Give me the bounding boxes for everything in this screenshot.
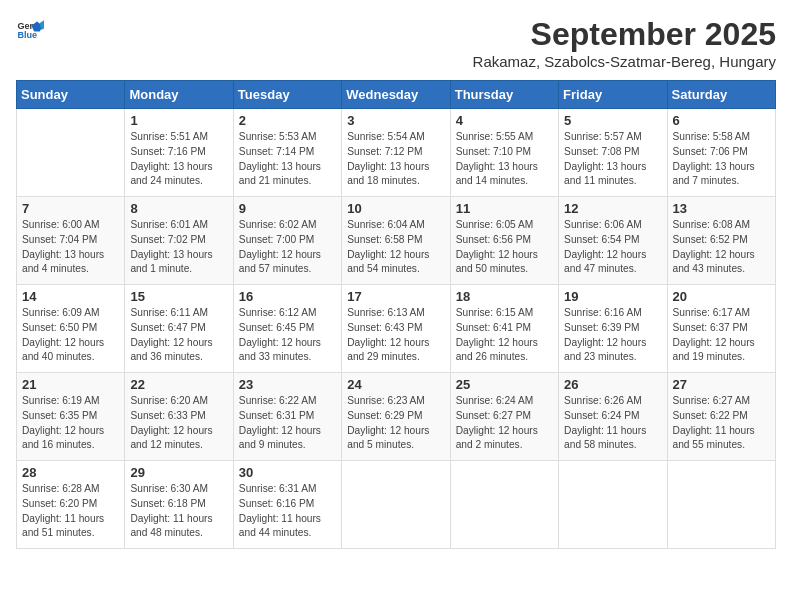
- calendar-cell: 22Sunrise: 6:20 AMSunset: 6:33 PMDayligh…: [125, 373, 233, 461]
- day-info: Sunrise: 6:13 AMSunset: 6:43 PMDaylight:…: [347, 306, 444, 365]
- calendar-cell: 10Sunrise: 6:04 AMSunset: 6:58 PMDayligh…: [342, 197, 450, 285]
- day-number: 27: [673, 377, 770, 392]
- calendar-cell: [342, 461, 450, 549]
- day-number: 14: [22, 289, 119, 304]
- day-number: 3: [347, 113, 444, 128]
- week-row-4: 21Sunrise: 6:19 AMSunset: 6:35 PMDayligh…: [17, 373, 776, 461]
- calendar-cell: [450, 461, 558, 549]
- day-number: 17: [347, 289, 444, 304]
- calendar-cell: 26Sunrise: 6:26 AMSunset: 6:24 PMDayligh…: [559, 373, 667, 461]
- day-info: Sunrise: 6:19 AMSunset: 6:35 PMDaylight:…: [22, 394, 119, 453]
- calendar-cell: 7Sunrise: 6:00 AMSunset: 7:04 PMDaylight…: [17, 197, 125, 285]
- calendar-cell: 23Sunrise: 6:22 AMSunset: 6:31 PMDayligh…: [233, 373, 341, 461]
- column-header-wednesday: Wednesday: [342, 81, 450, 109]
- day-info: Sunrise: 6:04 AMSunset: 6:58 PMDaylight:…: [347, 218, 444, 277]
- day-info: Sunrise: 5:58 AMSunset: 7:06 PMDaylight:…: [673, 130, 770, 189]
- week-row-2: 7Sunrise: 6:00 AMSunset: 7:04 PMDaylight…: [17, 197, 776, 285]
- day-info: Sunrise: 6:27 AMSunset: 6:22 PMDaylight:…: [673, 394, 770, 453]
- day-info: Sunrise: 6:06 AMSunset: 6:54 PMDaylight:…: [564, 218, 661, 277]
- day-number: 2: [239, 113, 336, 128]
- calendar-cell: [667, 461, 775, 549]
- calendar-table: SundayMondayTuesdayWednesdayThursdayFrid…: [16, 80, 776, 549]
- calendar-cell: 2Sunrise: 5:53 AMSunset: 7:14 PMDaylight…: [233, 109, 341, 197]
- day-info: Sunrise: 6:00 AMSunset: 7:04 PMDaylight:…: [22, 218, 119, 277]
- calendar-cell: [559, 461, 667, 549]
- day-number: 18: [456, 289, 553, 304]
- day-number: 30: [239, 465, 336, 480]
- day-info: Sunrise: 6:23 AMSunset: 6:29 PMDaylight:…: [347, 394, 444, 453]
- day-info: Sunrise: 6:11 AMSunset: 6:47 PMDaylight:…: [130, 306, 227, 365]
- title-area: September 2025 Rakamaz, Szabolcs-Szatmar…: [473, 16, 776, 70]
- day-info: Sunrise: 6:16 AMSunset: 6:39 PMDaylight:…: [564, 306, 661, 365]
- week-row-1: 1Sunrise: 5:51 AMSunset: 7:16 PMDaylight…: [17, 109, 776, 197]
- day-info: Sunrise: 6:12 AMSunset: 6:45 PMDaylight:…: [239, 306, 336, 365]
- calendar-header-row: SundayMondayTuesdayWednesdayThursdayFrid…: [17, 81, 776, 109]
- calendar-cell: 29Sunrise: 6:30 AMSunset: 6:18 PMDayligh…: [125, 461, 233, 549]
- svg-text:Blue: Blue: [17, 30, 37, 40]
- day-info: Sunrise: 5:53 AMSunset: 7:14 PMDaylight:…: [239, 130, 336, 189]
- day-number: 16: [239, 289, 336, 304]
- day-number: 21: [22, 377, 119, 392]
- calendar-cell: 27Sunrise: 6:27 AMSunset: 6:22 PMDayligh…: [667, 373, 775, 461]
- day-number: 23: [239, 377, 336, 392]
- day-number: 4: [456, 113, 553, 128]
- calendar-cell: 6Sunrise: 5:58 AMSunset: 7:06 PMDaylight…: [667, 109, 775, 197]
- day-info: Sunrise: 6:22 AMSunset: 6:31 PMDaylight:…: [239, 394, 336, 453]
- column-header-friday: Friday: [559, 81, 667, 109]
- page-header: General Blue September 2025 Rakamaz, Sza…: [16, 16, 776, 70]
- day-info: Sunrise: 5:57 AMSunset: 7:08 PMDaylight:…: [564, 130, 661, 189]
- day-info: Sunrise: 6:30 AMSunset: 6:18 PMDaylight:…: [130, 482, 227, 541]
- day-info: Sunrise: 6:26 AMSunset: 6:24 PMDaylight:…: [564, 394, 661, 453]
- location-title: Rakamaz, Szabolcs-Szatmar-Bereg, Hungary: [473, 53, 776, 70]
- day-info: Sunrise: 6:02 AMSunset: 7:00 PMDaylight:…: [239, 218, 336, 277]
- day-number: 6: [673, 113, 770, 128]
- day-number: 29: [130, 465, 227, 480]
- day-info: Sunrise: 6:08 AMSunset: 6:52 PMDaylight:…: [673, 218, 770, 277]
- day-number: 1: [130, 113, 227, 128]
- day-info: Sunrise: 6:09 AMSunset: 6:50 PMDaylight:…: [22, 306, 119, 365]
- calendar-cell: 4Sunrise: 5:55 AMSunset: 7:10 PMDaylight…: [450, 109, 558, 197]
- day-number: 10: [347, 201, 444, 216]
- column-header-saturday: Saturday: [667, 81, 775, 109]
- day-info: Sunrise: 6:05 AMSunset: 6:56 PMDaylight:…: [456, 218, 553, 277]
- day-number: 12: [564, 201, 661, 216]
- day-info: Sunrise: 5:51 AMSunset: 7:16 PMDaylight:…: [130, 130, 227, 189]
- calendar-cell: [17, 109, 125, 197]
- week-row-5: 28Sunrise: 6:28 AMSunset: 6:20 PMDayligh…: [17, 461, 776, 549]
- calendar-cell: 18Sunrise: 6:15 AMSunset: 6:41 PMDayligh…: [450, 285, 558, 373]
- week-row-3: 14Sunrise: 6:09 AMSunset: 6:50 PMDayligh…: [17, 285, 776, 373]
- day-info: Sunrise: 6:01 AMSunset: 7:02 PMDaylight:…: [130, 218, 227, 277]
- calendar-cell: 8Sunrise: 6:01 AMSunset: 7:02 PMDaylight…: [125, 197, 233, 285]
- calendar-cell: 21Sunrise: 6:19 AMSunset: 6:35 PMDayligh…: [17, 373, 125, 461]
- calendar-cell: 3Sunrise: 5:54 AMSunset: 7:12 PMDaylight…: [342, 109, 450, 197]
- day-number: 26: [564, 377, 661, 392]
- day-info: Sunrise: 5:54 AMSunset: 7:12 PMDaylight:…: [347, 130, 444, 189]
- calendar-cell: 12Sunrise: 6:06 AMSunset: 6:54 PMDayligh…: [559, 197, 667, 285]
- day-number: 5: [564, 113, 661, 128]
- calendar-cell: 20Sunrise: 6:17 AMSunset: 6:37 PMDayligh…: [667, 285, 775, 373]
- calendar-cell: 16Sunrise: 6:12 AMSunset: 6:45 PMDayligh…: [233, 285, 341, 373]
- calendar-cell: 30Sunrise: 6:31 AMSunset: 6:16 PMDayligh…: [233, 461, 341, 549]
- day-number: 22: [130, 377, 227, 392]
- day-number: 19: [564, 289, 661, 304]
- day-number: 24: [347, 377, 444, 392]
- day-number: 15: [130, 289, 227, 304]
- column-header-monday: Monday: [125, 81, 233, 109]
- day-number: 9: [239, 201, 336, 216]
- column-header-tuesday: Tuesday: [233, 81, 341, 109]
- calendar-cell: 13Sunrise: 6:08 AMSunset: 6:52 PMDayligh…: [667, 197, 775, 285]
- column-header-thursday: Thursday: [450, 81, 558, 109]
- day-number: 11: [456, 201, 553, 216]
- day-number: 25: [456, 377, 553, 392]
- column-header-sunday: Sunday: [17, 81, 125, 109]
- calendar-cell: 28Sunrise: 6:28 AMSunset: 6:20 PMDayligh…: [17, 461, 125, 549]
- calendar-cell: 9Sunrise: 6:02 AMSunset: 7:00 PMDaylight…: [233, 197, 341, 285]
- day-number: 28: [22, 465, 119, 480]
- day-info: Sunrise: 6:24 AMSunset: 6:27 PMDaylight:…: [456, 394, 553, 453]
- calendar-cell: 17Sunrise: 6:13 AMSunset: 6:43 PMDayligh…: [342, 285, 450, 373]
- day-info: Sunrise: 6:17 AMSunset: 6:37 PMDaylight:…: [673, 306, 770, 365]
- day-number: 20: [673, 289, 770, 304]
- calendar-cell: 1Sunrise: 5:51 AMSunset: 7:16 PMDaylight…: [125, 109, 233, 197]
- day-info: Sunrise: 6:15 AMSunset: 6:41 PMDaylight:…: [456, 306, 553, 365]
- calendar-cell: 5Sunrise: 5:57 AMSunset: 7:08 PMDaylight…: [559, 109, 667, 197]
